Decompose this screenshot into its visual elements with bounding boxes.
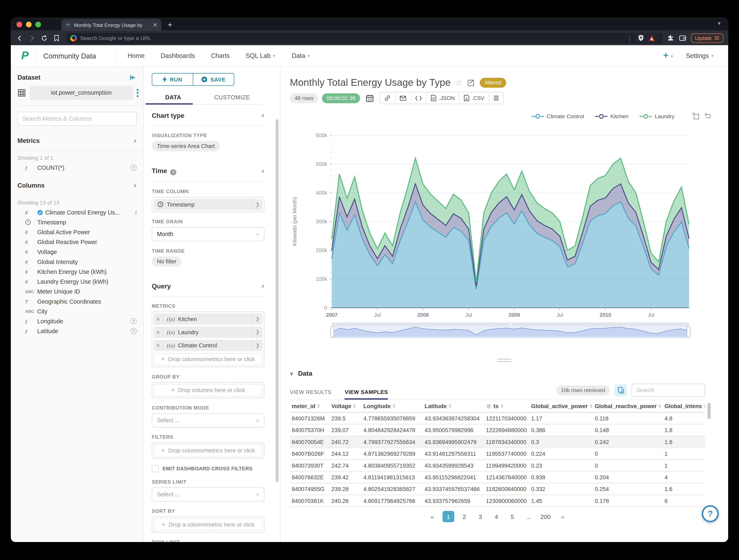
chevron-right-icon[interactable]: ❯ (252, 199, 263, 210)
chart-menu-button[interactable] (489, 92, 503, 104)
sort-icon[interactable] (393, 404, 395, 408)
nav-item-charts[interactable]: Charts (211, 52, 230, 59)
chevron-right-icon[interactable]: ❯ (252, 326, 263, 338)
query-section-header[interactable]: Query ∧ (152, 275, 264, 296)
nav-item-sql-lab[interactable]: SQL Lab▼ (246, 52, 276, 59)
metrics-section-header[interactable]: Metrics ∧ (11, 132, 143, 150)
tab-view-results[interactable]: VIEW RESULTS (290, 386, 331, 400)
table-row[interactable]: 840070381K240.264.80917796492576643.9337… (290, 495, 705, 507)
pagination-page-2[interactable]: 2 (458, 511, 470, 522)
filters-drop-zone[interactable]: + Drop columns/metrics here or click (154, 444, 262, 456)
app-logo[interactable]: P (21, 49, 29, 62)
metric-item-count-[interactable]: ƒCOUNT(*)? (11, 163, 143, 172)
column-item-kitchen-energy-use-kwh-[interactable]: #Kitchen Energy Use (kWh) (11, 267, 143, 277)
minimize-window-button[interactable] (26, 22, 32, 27)
chevron-right-icon[interactable]: ❯ (252, 339, 263, 351)
time-grain-select[interactable]: Month ∨ (152, 227, 264, 241)
remove-metric-icon[interactable]: ✕ (154, 313, 163, 324)
column-item-global-intensity[interactable]: #Global Intensity (11, 257, 143, 267)
column-header-global_active_power[interactable]: Global_active_power (529, 400, 593, 412)
slider-drag-bar[interactable] (332, 322, 689, 326)
tab-list-chevron-icon[interactable]: ▼ (717, 21, 722, 26)
copy-link-button[interactable] (380, 92, 396, 104)
run-button[interactable]: RUN (152, 73, 193, 86)
column-item-longitude[interactable]: ƒLongitude? (11, 316, 143, 326)
columns-section-header[interactable]: Columns ∧ (11, 176, 143, 195)
contribution-mode-select[interactable]: Select ... ∨ (152, 413, 264, 427)
timeseries-area-chart[interactable]: 0100k200k300k400k500k600k2007Jul2008Jul2… (290, 129, 719, 317)
embed-code-button[interactable] (411, 92, 427, 104)
url-bar[interactable]: Search Google or type a URL | (66, 33, 662, 43)
pagination-page-4[interactable]: 4 (490, 511, 502, 522)
table-scrollbar[interactable] (707, 403, 711, 419)
column-item-meter-unique-id[interactable]: ABCMeter Unique ID (11, 287, 143, 296)
emit-cross-filters-checkbox[interactable] (152, 465, 159, 472)
zoom-select-icon[interactable] (693, 113, 699, 120)
cached-calendar-icon[interactable] (366, 94, 374, 103)
column-item-climate-control-energy-us-[interactable]: #Climate Control Energy Us...i (11, 207, 143, 217)
column-item-global-active-power[interactable]: #Global Active Power (11, 227, 143, 237)
legend-item-kitchen[interactable]: Kitchen (595, 113, 628, 119)
table-row[interactable]: 840076632E239.424.81194198131561343.9511… (290, 471, 705, 483)
update-button[interactable]: Update (691, 33, 724, 43)
remove-metric-icon[interactable]: ✕ (154, 339, 163, 351)
forward-button[interactable] (28, 34, 36, 42)
settings-menu[interactable]: Settings▼ (686, 51, 714, 60)
metric-chip-climate-control[interactable]: ✕ƒ(x)Climate Control❯ (154, 339, 262, 351)
sort-icon[interactable] (590, 404, 592, 408)
data-search-input[interactable] (632, 384, 705, 397)
column-item-voltage[interactable]: #Voltage (11, 247, 143, 257)
maximize-window-button[interactable] (35, 22, 41, 27)
viz-type-value[interactable]: Time-series Area Chart (152, 141, 220, 151)
save-button[interactable]: SAVE (193, 73, 234, 86)
sort-icon[interactable] (658, 404, 661, 408)
table-row[interactable]: 840071326M239.54.77865593507885943.93436… (290, 412, 705, 424)
time-section-header[interactable]: Timei ∧ (152, 160, 264, 182)
time-column-field[interactable]: Timestamp ❯ (152, 197, 264, 212)
new-tab-button[interactable]: + (168, 19, 172, 31)
tab-data[interactable]: DATA (144, 91, 202, 104)
reload-button[interactable] (40, 34, 48, 42)
nav-item-dashboards[interactable]: Dashboards (160, 52, 195, 59)
column-item-latitude[interactable]: ƒLatitude? (11, 326, 143, 336)
collapse-panel-icon[interactable] (130, 75, 137, 81)
sort-icon[interactable] (317, 404, 320, 408)
column-item-city[interactable]: ABCCity (11, 306, 143, 316)
back-button[interactable] (16, 34, 24, 42)
workspace-name[interactable]: Community Data (36, 51, 116, 59)
table-row[interactable]: 840073930T242.744.80384095571935243.9343… (290, 460, 705, 471)
add-new-button[interactable]: +▼ (663, 50, 674, 61)
favorite-star-icon[interactable]: ☆ (455, 78, 462, 88)
pagination-page-3[interactable]: 3 (474, 511, 486, 522)
nav-item-home[interactable]: Home (128, 52, 145, 59)
sort-icon[interactable] (500, 404, 503, 408)
column-item-geographic-coordinates[interactable]: ?Geographic Coordinates (11, 296, 143, 306)
sort-icon[interactable] (704, 404, 705, 408)
dataset-menu-kebab-icon[interactable] (137, 88, 139, 98)
pagination-page-200[interactable]: 200 (539, 511, 552, 522)
extensions-puzzle-icon[interactable] (666, 34, 675, 42)
close-window-button[interactable] (16, 22, 22, 27)
metrics-drop-zone[interactable]: + Drop columns/metrics here or click (154, 353, 262, 365)
column-header-global_intens[interactable]: Global_intens (662, 400, 705, 412)
wallet-icon[interactable] (679, 34, 687, 42)
pagination-page-5[interactable]: 5 (506, 511, 518, 522)
table-row[interactable]: 840075370H239.074.80484292842447843.9500… (290, 424, 705, 436)
pagination-prev[interactable]: « (426, 511, 438, 522)
bat-icon[interactable] (648, 35, 655, 41)
sort-by-drop-zone[interactable]: + Drop a column/metric here or click (154, 518, 262, 531)
slider-right-handle[interactable] (687, 326, 690, 337)
tab-close-icon[interactable]: ✕ (153, 22, 157, 28)
column-item-timestamp[interactable]: Timestamp (11, 217, 143, 227)
column-header-voltage[interactable]: Voltage (329, 400, 361, 412)
time-range-value[interactable]: No filter (152, 256, 181, 267)
column-item-global-reactive-power[interactable]: #Global Reactive Power (11, 237, 143, 247)
chart-type-section-header[interactable]: Chart type ∧ (152, 105, 264, 126)
data-section-header[interactable]: ∨ Data (290, 370, 719, 377)
controls-scrollbar[interactable] (276, 119, 279, 482)
pagination-next[interactable]: » (557, 511, 568, 522)
brave-shield-icon[interactable] (637, 34, 644, 41)
column-header-latitude[interactable]: Latitude (423, 400, 484, 412)
legend-item-climate-control[interactable]: Climate Control (532, 113, 584, 119)
column-header-longitude[interactable]: Longitude (361, 400, 423, 412)
